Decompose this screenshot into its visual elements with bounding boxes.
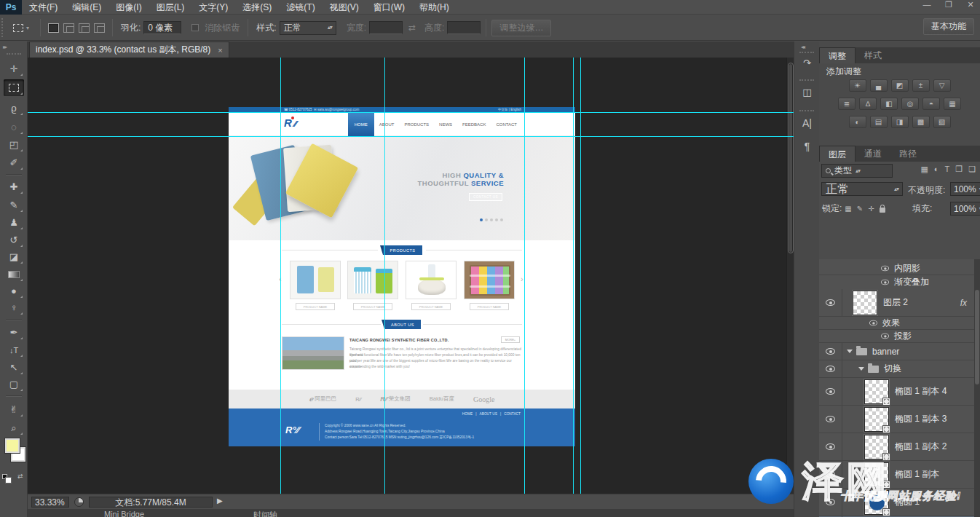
photo-filter-icon[interactable]: ◎: [901, 98, 919, 110]
tab-close-icon[interactable]: ×: [218, 46, 222, 55]
blend-mode-select[interactable]: 正常 ▴▾: [821, 182, 903, 196]
pixel-layer-filter-icon[interactable]: ▦: [920, 165, 928, 174]
rectangular-marquee-tool[interactable]: [4, 79, 24, 96]
selective-color-icon[interactable]: ▧: [933, 116, 951, 128]
baidu-logo[interactable]: Baidu百度: [430, 395, 454, 403]
toolbar-collapse-icon[interactable]: ▸▸: [3, 44, 6, 50]
site-nav-contact[interactable]: CONTACT: [491, 113, 522, 136]
product-card[interactable]: PRODUCT NAME: [406, 261, 457, 310]
carousel-next-icon[interactable]: ›: [521, 275, 523, 283]
site-nav-products[interactable]: PRODUCTS: [399, 113, 434, 136]
height-input[interactable]: [447, 21, 481, 34]
canvas-scrollbar[interactable]: [786, 58, 794, 494]
gradient-map-icon[interactable]: ▩: [912, 116, 930, 128]
guide-horizontal[interactable]: [28, 136, 794, 137]
foreground-color-swatch[interactable]: [5, 438, 20, 453]
history-brush-tool[interactable]: ↺: [4, 232, 24, 248]
layer-row[interactable]: 图层 2 fx: [819, 289, 974, 317]
spot-healing-brush-tool[interactable]: ✚: [4, 178, 24, 195]
layer-thumbnail[interactable]: [864, 462, 889, 487]
site-lang-cn[interactable]: 中文版: [498, 108, 508, 111]
gradient-tool[interactable]: [4, 266, 24, 283]
subtract-selection-button[interactable]: [79, 23, 90, 33]
menu-window[interactable]: 窗口(W): [366, 0, 412, 15]
site-lang-en[interactable]: English: [510, 108, 521, 111]
3d-panel-icon[interactable]: ◫: [794, 87, 820, 98]
hand-tool[interactable]: ✌: [4, 401, 24, 418]
default-colors-icon[interactable]: [2, 474, 7, 479]
fill-value[interactable]: 100%▾: [950, 202, 980, 216]
close-icon[interactable]: ✕: [965, 0, 976, 9]
hue-saturation-icon[interactable]: ≣: [838, 98, 855, 110]
opacity-value[interactable]: 100%▾: [950, 182, 980, 196]
group-row[interactable]: 切换: [819, 360, 974, 378]
crop-tool[interactable]: ◰: [4, 136, 24, 153]
menu-filter[interactable]: 滤镜(T): [279, 0, 322, 15]
slider-dots[interactable]: [480, 218, 503, 221]
history-panel-icon[interactable]: ↷: [794, 58, 820, 68]
product-name-button[interactable]: PRODUCT NAME: [470, 303, 509, 310]
visibility-eye-icon[interactable]: [826, 366, 835, 372]
footer-link-about[interactable]: ABOUT US: [479, 412, 497, 416]
brush-tool[interactable]: ✎: [4, 197, 24, 213]
character-panel-icon[interactable]: A|: [794, 117, 820, 129]
shape-layer-row[interactable]: 椭圆 1: [819, 489, 974, 516]
tab-paths[interactable]: 路径: [890, 146, 925, 162]
shape-layer-row[interactable]: 椭圆 1 副本: [819, 461, 974, 489]
guide-vertical[interactable]: [573, 58, 574, 494]
site-nav-news[interactable]: NEWS: [434, 113, 457, 136]
visibility-eye-icon[interactable]: [826, 388, 835, 395]
visibility-eye-icon[interactable]: [881, 280, 889, 285]
zoom-tool[interactable]: ⌕: [4, 419, 24, 436]
rongwei-logo[interactable]: R⁄⁄: [355, 396, 361, 403]
toolbar-grip[interactable]: [7, 53, 21, 55]
guide-vertical[interactable]: [580, 58, 581, 494]
clone-stamp-tool[interactable]: ♟: [4, 214, 24, 231]
brightness-contrast-icon[interactable]: ☀: [849, 79, 866, 92]
menu-layer[interactable]: 图层(L): [149, 0, 192, 15]
visibility-eye-icon[interactable]: [826, 348, 835, 355]
menu-view[interactable]: 视图(V): [323, 0, 366, 15]
channel-mixer-icon[interactable]: ◓: [922, 98, 940, 110]
lock-position-icon[interactable]: ✛: [868, 205, 874, 213]
exposure-icon[interactable]: ±: [912, 79, 930, 92]
visibility-eye-icon[interactable]: [869, 320, 877, 326]
guide-vertical[interactable]: [280, 58, 281, 494]
zoom-level-field[interactable]: 33.33%: [31, 497, 69, 508]
curves-icon[interactable]: ◩: [891, 79, 909, 92]
visibility-eye-icon[interactable]: [881, 265, 889, 271]
adjustment-layer-filter-icon[interactable]: ◐: [934, 165, 939, 174]
layer-thumbnail[interactable]: [864, 379, 889, 404]
layer-thumbnail[interactable]: [864, 490, 889, 515]
menu-help[interactable]: 帮助(H): [412, 0, 457, 15]
product-name-button[interactable]: PRODUCT NAME: [296, 303, 335, 310]
visibility-eye-icon[interactable]: [826, 416, 835, 422]
fx-badge[interactable]: fx: [960, 298, 967, 308]
product-card[interactable]: PRODUCT NAME: [464, 261, 515, 310]
tab-channels[interactable]: 通道: [855, 146, 890, 162]
black-white-icon[interactable]: ◧: [880, 98, 898, 110]
menu-image[interactable]: 图像(I): [108, 0, 149, 15]
posterize-icon[interactable]: ▤: [870, 116, 888, 128]
swap-dimensions-icon[interactable]: ⇄: [408, 23, 416, 33]
visibility-eye-icon[interactable]: [826, 299, 835, 306]
color-balance-icon[interactable]: ∆: [859, 98, 877, 110]
levels-icon[interactable]: ▄: [870, 79, 888, 92]
move-tool[interactable]: ✛: [4, 60, 24, 77]
refine-edge-button[interactable]: 调整边缘…: [491, 20, 551, 36]
shape-layer-filter-icon[interactable]: ❒: [955, 165, 963, 174]
tab-layers[interactable]: 图层: [819, 146, 855, 162]
lock-all-icon[interactable]: [880, 208, 885, 213]
document-tab[interactable]: index.psd @ 33.3% (contact us 副本, RGB/8)…: [29, 42, 229, 58]
type-tool[interactable]: ↓T: [4, 342, 24, 358]
tab-mini-bridge[interactable]: Mini Bridge: [104, 510, 144, 517]
product-name-button[interactable]: PRODUCT NAME: [411, 303, 451, 310]
shape-layer-row[interactable]: 椭圆 1 副本 4: [819, 378, 974, 406]
type-layer-filter-icon[interactable]: T: [945, 165, 950, 174]
layer-thumbnail[interactable]: [864, 435, 889, 459]
workspace-button[interactable]: 基本功能: [923, 18, 974, 35]
path-selection-tool[interactable]: ↖: [4, 359, 24, 376]
pen-tool[interactable]: ✒: [4, 324, 24, 341]
minimize-icon[interactable]: —: [922, 0, 932, 9]
layer-thumbnail[interactable]: [864, 407, 889, 432]
